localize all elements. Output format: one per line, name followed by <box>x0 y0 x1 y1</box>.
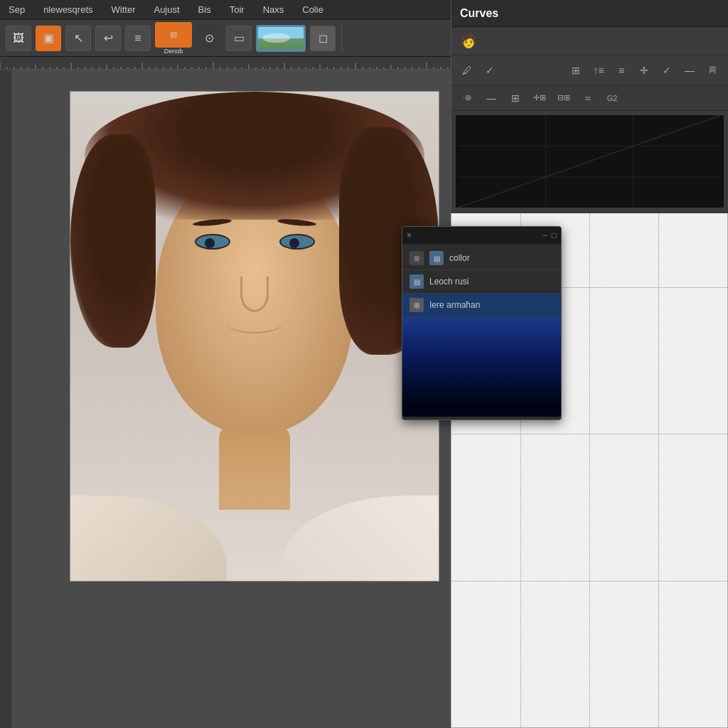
eyebrows <box>170 220 339 232</box>
panel-icons-row2: ·⊛ — ⊞ ✛⊞ ⊟⊞ ≈ G2 <box>451 85 728 111</box>
menu-colie[interactable]: Colie <box>299 3 326 16</box>
fp-row-icon-2: ▤ <box>410 274 424 289</box>
face-background <box>70 92 439 581</box>
curves-header: Curves <box>451 0 728 27</box>
curves-title: Curves <box>460 7 498 20</box>
denob-label: Denob <box>164 48 183 55</box>
nose <box>240 277 269 312</box>
panel-icon-stamp[interactable]: 🖊 <box>457 60 477 80</box>
menu-bis[interactable]: Bis <box>196 3 214 16</box>
fp-row-icon-1b: ▤ <box>429 251 444 265</box>
toolbar-separator <box>341 26 342 51</box>
curves-panel: Curves 🧑 🖊 ✓ ⊞ ↑≡ ≡ ✛ ✓ — 两 ·⊛ — ⊞ ✛⊞ ⊟⊞… <box>451 0 728 213</box>
panel-icon-dash[interactable]: — <box>680 60 700 80</box>
panel-icon-check2[interactable]: ✓ <box>657 60 677 80</box>
tool-btn-5[interactable]: ≡ <box>125 26 151 51</box>
fp-row-iere[interactable]: ⊞ Iere armaħan <box>402 294 561 317</box>
eye-right <box>279 234 315 250</box>
eye-left <box>195 234 230 250</box>
panel-icon-grid1[interactable]: ⊞ <box>566 60 586 80</box>
tool-btn-2[interactable]: ▣ <box>36 26 61 51</box>
tool-btn-4[interactable]: ↩ <box>95 26 121 51</box>
panel-icon-state[interactable]: 两 <box>702 60 722 80</box>
fp-row-text-iere: Iere armaħan <box>429 300 480 310</box>
hair-left <box>70 134 156 348</box>
fp-row-collor[interactable]: ⊞ ▤ collor <box>402 247 561 270</box>
panel-icon-grid2[interactable]: ⊞ <box>505 88 525 108</box>
fp-row-leoch[interactable]: ▤ Leoch rusi <box>402 270 561 294</box>
tool-btn-1[interactable]: 🖼 <box>6 26 31 51</box>
fp-row-icon-1: ⊞ <box>410 251 424 265</box>
tool-btn-denob[interactable]: ▤ <box>155 22 192 48</box>
eyes-container <box>170 234 339 262</box>
floating-panel-max[interactable]: □ <box>552 230 557 240</box>
floating-panel-controls: − □ <box>542 230 557 240</box>
grid-v-3 <box>658 140 659 727</box>
fp-row-text-collor: collor <box>449 253 470 263</box>
tool-btn-3[interactable]: ↖ <box>65 26 91 51</box>
tool-btn-8[interactable]: ▭ <box>226 26 252 51</box>
tool-btn-10[interactable]: ◻ <box>310 26 336 51</box>
panel-icon-dash2[interactable]: — <box>481 88 501 108</box>
brow-left <box>193 218 232 228</box>
panel-icons-row: 🖊 ✓ ⊞ ↑≡ ≡ ✛ ✓ — 两 <box>451 55 728 85</box>
floating-panel: × − □ ⊞ ▤ collor ▤ Leoch rusi ⊞ Iere arm… <box>402 226 562 420</box>
menu-aujust[interactable]: Aujust <box>151 3 182 16</box>
menu-sep[interactable]: Sep <box>6 3 28 16</box>
panel-icon-grid-minus[interactable]: ⊟⊞ <box>554 88 574 108</box>
panel-icon-arrow-up[interactable]: ↑≡ <box>589 60 609 80</box>
brow-right <box>277 218 316 228</box>
floating-panel-body: ⊞ ▤ collor ▤ Leoch rusi ⊞ Iere armaħan <box>402 244 561 419</box>
menu-newesqrets[interactable]: nlewesqrets <box>41 3 95 16</box>
panel-icon-plus-grid[interactable]: ✛ <box>634 60 654 80</box>
panel-icon-check[interactable]: ✓ <box>480 60 500 80</box>
tool-denob-wrapper: ▤ Denob <box>155 22 192 55</box>
panel-icon-table[interactable]: ≡ <box>611 60 631 80</box>
tool-btn-7[interactable]: ⊙ <box>196 26 222 51</box>
panel-icon-g2[interactable]: G2 <box>602 88 622 108</box>
menu-witter[interactable]: Witter <box>109 3 139 16</box>
floating-panel-min[interactable]: − <box>542 230 547 240</box>
panel-icon-dot-circle[interactable]: ·⊛ <box>457 88 477 108</box>
neck <box>219 424 290 510</box>
fp-row-icon-3: ⊞ <box>410 298 424 312</box>
floating-panel-titlebar: × − □ <box>402 227 561 244</box>
tool-btn-landscape[interactable] <box>256 25 306 52</box>
ruler-vertical <box>0 70 13 728</box>
menu-toir[interactable]: Toir <box>227 3 247 16</box>
smile <box>226 312 283 333</box>
fp-row-text-leoch: Leoch rusi <box>429 277 469 287</box>
photo-canvas <box>70 91 439 582</box>
panel-icon-person[interactable]: 🧑 <box>459 31 478 51</box>
color-gradient-preview <box>402 317 561 417</box>
grid-v-2 <box>589 140 590 727</box>
denob-icon: ▤ <box>170 30 177 39</box>
menu-naxs[interactable]: Naxs <box>260 3 287 16</box>
curves-dark-area <box>456 115 724 208</box>
svg-rect-104 <box>0 70 13 728</box>
panel-icon-approx[interactable]: ≈ <box>578 88 598 108</box>
panel-icon-grid-plus[interactable]: ✛⊞ <box>530 88 550 108</box>
floating-panel-close[interactable]: × <box>407 230 412 240</box>
